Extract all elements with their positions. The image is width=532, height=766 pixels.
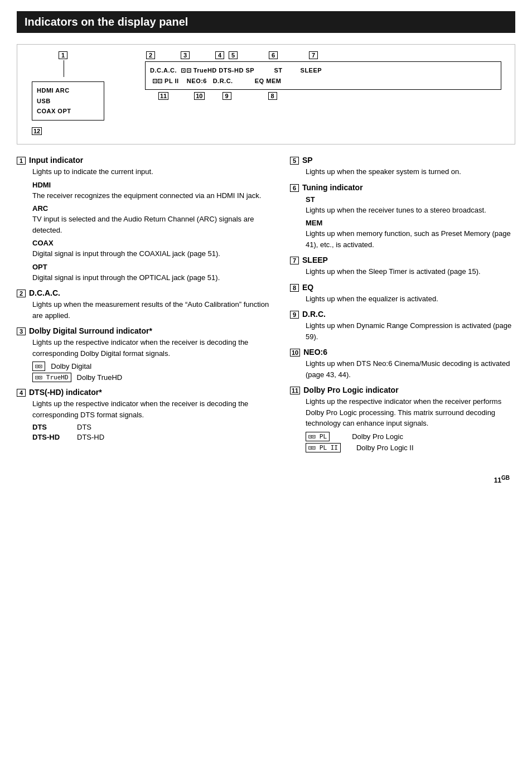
display-right-row2: ⊡⊡ PL II NEO:6 D.R.C. EQ MEM — [150, 76, 496, 86]
indicator-6-label: Tuning indicator — [302, 183, 363, 192]
indicator-1-badge: 1 — [17, 157, 26, 165]
indicator-4: 4 DTS(-HD) indicator* Lights up the resp… — [17, 388, 273, 441]
indicator-9-label: D.R.C. — [302, 310, 326, 319]
dolby-pl-label: Dolby Pro Logic — [352, 432, 403, 441]
indicator-1-sub-hdmi: HDMI — [32, 181, 273, 189]
dolby-pl-icon: ⊡⊡ PL — [306, 432, 330, 441]
indicator-4-badge: 4 — [17, 389, 26, 397]
indicator-11-icon-row-2: ⊡⊡ PL II Dolby Pro Logic II — [306, 443, 515, 452]
indicator-9-title: 9 D.R.C. — [290, 310, 515, 319]
indicator-10: 10 NEO:6 Lights up when DTS Neo:6 Cinema… — [290, 348, 515, 380]
indicator-1: 1 Input indicator Lights up to indicate … — [17, 156, 273, 283]
indicator-1-sub-hdmi-text: The receiver recognizes the equipment co… — [32, 190, 273, 201]
indicator-7-title: 7 SLEEP — [290, 256, 515, 264]
indicator-8: 8 EQ Lights up when the equalizer is act… — [290, 283, 515, 305]
display-row-coax: COAX OPT — [37, 106, 99, 117]
diagram-badge-11: 11 — [158, 92, 168, 100]
indicator-4-title: 4 DTS(-HD) indicator* — [17, 388, 273, 397]
indicator-1-sub-opt: OPT — [32, 263, 273, 271]
indicator-2: 2 D.C.A.C. Lights up when the measuremen… — [17, 288, 273, 321]
indicator-10-badge: 10 — [290, 349, 300, 356]
display-row-usb: USB — [37, 96, 99, 107]
indicator-1-title: 1 Input indicator — [17, 156, 273, 165]
indicator-6-sub-st-text: Lights up when the receiver tunes to a s… — [306, 205, 515, 216]
right-column: 5 SP Lights up when the speaker system i… — [290, 156, 515, 458]
diagram-display-right: D.C.A.C. ⊡⊡ TrueHD DTS-HD SP ST SLEEP ⊡⊡… — [145, 61, 501, 90]
indicator-9-body: Lights up when Dynamic Range Compression… — [290, 320, 515, 342]
indicator-3-icon-row-1: ⊡⊡ Dolby Digital — [32, 362, 273, 371]
diagram-badge-8: 8 — [268, 92, 277, 100]
diagram-badge-6: 6 — [269, 51, 278, 59]
indicator-10-body: Lights up when DTS Neo:6 Cinema/Music de… — [290, 358, 515, 380]
diagram-right-panel: 2 3 4 5 6 7 D.C.A.C. ⊡⊡ TrueHD DTS-HD SP… — [141, 51, 506, 135]
dolby-truehd-label: Dolby TrueHD — [77, 373, 123, 382]
indicator-11-body: Lights up the respective indicator when … — [290, 396, 515, 429]
content-columns: 1 Input indicator Lights up to indicate … — [17, 156, 515, 458]
indicator-5-body: Lights up when the speaker system is tur… — [290, 166, 515, 177]
indicator-1-sub-coax-text: Digital signal is input through the COAX… — [32, 248, 273, 259]
indicator-2-badge: 2 — [17, 290, 26, 297]
indicator-9-badge: 9 — [290, 311, 299, 319]
indicator-3-label: Dolby Digital Surround indicator* — [29, 326, 152, 335]
indicator-8-badge: 8 — [290, 284, 299, 292]
indicator-1-sub-arc: ARC — [32, 204, 273, 213]
diagram-badge-7: 7 — [309, 51, 318, 59]
indicator-5-title: 5 SP — [290, 156, 515, 165]
indicator-1-sub-coax: COAX — [32, 239, 273, 247]
indicator-11-icon-row-1: ⊡⊡ PL Dolby Pro Logic — [306, 432, 515, 441]
indicator-7-badge: 7 — [290, 257, 299, 264]
indicator-3-icon-row-2: ⊡⊡ TrueHD Dolby TrueHD — [32, 373, 273, 382]
indicator-3-badge: 3 — [17, 327, 26, 335]
indicator-3-title: 3 Dolby Digital Surround indicator* — [17, 326, 273, 335]
diagram-badge-1: 1 — [59, 51, 67, 59]
indicator-8-label: EQ — [302, 283, 313, 292]
diagram-badge-5: 5 — [229, 51, 238, 59]
diagram-badge-9: 9 — [223, 92, 231, 100]
diagram-section: 1 HDMI ARC USB COAX OPT 12 2 3 4 5 6 7 — [17, 44, 515, 144]
indicator-1-body: Lights up to indicate the current input. — [17, 166, 273, 177]
indicator-9: 9 D.R.C. Lights up when Dynamic Range Co… — [290, 310, 515, 342]
dolby-digital-icon: ⊡⊡ — [32, 362, 45, 371]
indicator-6-badge: 6 — [290, 184, 299, 192]
diagram-badge-4: 4 — [215, 51, 224, 59]
indicator-11-badge: 11 — [290, 387, 300, 394]
dts-hd-label: DTS-HD — [32, 433, 71, 441]
indicator-5: 5 SP Lights up when the speaker system i… — [290, 156, 515, 177]
dts-value: DTS — [77, 423, 91, 431]
indicator-7: 7 SLEEP Lights up when the Sleep Timer i… — [290, 256, 515, 277]
dolby-digital-label: Dolby Digital — [51, 362, 91, 370]
indicator-2-body: Lights up when the measurement results o… — [17, 299, 273, 321]
page-title: Indicators on the display panel — [17, 11, 515, 33]
indicator-11-label: Dolby Pro Logic indicator — [303, 386, 398, 394]
indicator-5-label: SP — [302, 156, 313, 165]
indicator-7-body: Lights up when the Sleep Timer is activa… — [290, 266, 515, 277]
left-column: 1 Input indicator Lights up to indicate … — [17, 156, 273, 458]
indicator-10-label: NEO:6 — [303, 348, 327, 356]
diagram-badge-12: 12 — [32, 127, 42, 135]
indicator-6-sub-st: ST — [306, 195, 515, 204]
display-row-hdmi: HDMI ARC — [37, 85, 99, 96]
indicator-11-title: 11 Dolby Pro Logic indicator — [290, 386, 515, 394]
indicator-5-badge: 5 — [290, 157, 299, 165]
indicator-11: 11 Dolby Pro Logic indicator Lights up t… — [290, 386, 515, 452]
indicator-2-label: D.C.A.C. — [29, 288, 60, 297]
dolby-truehd-icon: ⊡⊡ TrueHD — [32, 373, 71, 382]
indicator-6: 6 Tuning indicator ST Lights up when the… — [290, 183, 515, 250]
dts-hd-value: DTS-HD — [77, 433, 104, 441]
indicator-3: 3 Dolby Digital Surround indicator* Ligh… — [17, 326, 273, 382]
dolby-plii-icon: ⊡⊡ PL II — [306, 443, 341, 452]
indicator-10-title: 10 NEO:6 — [290, 348, 515, 356]
diagram-display-left: HDMI ARC USB COAX OPT — [32, 81, 104, 121]
indicator-4-body: Lights up the respective indicator when … — [17, 398, 273, 420]
indicator-2-title: 2 D.C.A.C. — [17, 288, 273, 297]
indicator-6-sub-mem-text: Lights up when memory function, such as … — [306, 228, 515, 250]
indicator-3-body: Lights up the respective indicator when … — [17, 337, 273, 359]
indicator-8-title: 8 EQ — [290, 283, 515, 292]
page-number: 11GB — [494, 475, 510, 484]
indicator-1-label: Input indicator — [29, 156, 83, 165]
indicator-4-label: DTS(-HD) indicator* — [29, 388, 102, 397]
diagram-left-panel: 1 HDMI ARC USB COAX OPT 12 — [26, 51, 124, 135]
indicator-1-sub-arc-text: TV input is selected and the Audio Retur… — [32, 214, 273, 235]
dolby-plii-label: Dolby Pro Logic II — [356, 444, 414, 452]
diagram-badge-2: 2 — [146, 51, 155, 59]
